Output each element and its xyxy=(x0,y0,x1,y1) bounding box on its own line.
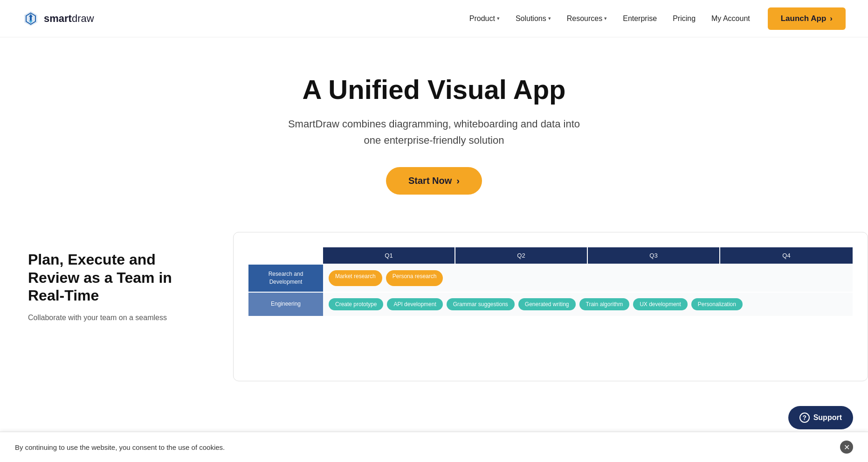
nav-item-myaccount[interactable]: My Account xyxy=(705,11,757,27)
lower-section: Plan, Execute and Review as a Team in Re… xyxy=(0,223,868,381)
gantt-row-cells-research: Market research Persona research xyxy=(323,265,853,292)
gantt-tag-market-research: Market research xyxy=(329,270,382,286)
chevron-down-icon: ▾ xyxy=(497,15,500,21)
lower-title: Plan, Execute and Review as a Team in Re… xyxy=(28,251,205,304)
hero-subtitle: SmartDraw combines diagramming, whiteboa… xyxy=(285,116,583,148)
brand-name: smartdraw xyxy=(44,13,94,25)
gantt-tag-create-prototype: Create prototype xyxy=(329,298,383,310)
nav-item-resources[interactable]: Resources ▾ xyxy=(560,11,613,27)
gantt-row-label-research: Research and Development xyxy=(248,265,323,292)
lower-description: Collaborate with your team on a seamless xyxy=(28,312,205,324)
nav-item-pricing[interactable]: Pricing xyxy=(666,11,702,27)
gantt-col-q1: Q1 xyxy=(323,247,455,264)
nav-item-enterprise[interactable]: Enterprise xyxy=(616,11,663,27)
gantt-diagram: Q1 Q2 Q3 Q4 Research and Development Mar… xyxy=(233,232,868,381)
svg-rect-4 xyxy=(30,17,32,21)
nav-links: Product ▾ Solutions ▾ Resources ▾ Enterp… xyxy=(463,11,757,27)
logo-icon xyxy=(22,10,39,27)
gantt-tag-generated-writing: Generated writing xyxy=(518,298,576,310)
start-now-button[interactable]: Start Now › xyxy=(386,167,482,195)
gantt-tag-ux-development: UX development xyxy=(633,298,688,310)
arrow-icon: › xyxy=(830,14,833,23)
gantt-tag-api-development: API development xyxy=(387,298,442,310)
hero-title: A Unified Visual App xyxy=(19,75,849,105)
gantt-row-engineering: Engineering Create prototype API develop… xyxy=(248,292,853,316)
gantt-tag-train-algorithm: Train algorithm xyxy=(579,298,630,310)
chevron-down-icon: ▾ xyxy=(604,15,607,21)
gantt-header-spacer xyxy=(248,247,323,264)
hero-section: A Unified Visual App SmartDraw combines … xyxy=(0,37,868,223)
arrow-icon: › xyxy=(456,175,460,186)
left-text-block: Plan, Execute and Review as a Team in Re… xyxy=(28,223,205,324)
logo[interactable]: smartdraw xyxy=(22,10,94,27)
nav-item-solutions[interactable]: Solutions ▾ xyxy=(509,11,558,27)
gantt-col-q3: Q3 xyxy=(588,247,720,264)
launch-app-button[interactable]: Launch App › xyxy=(768,7,846,30)
gantt-row-cells-engineering: Create prototype API development Grammar… xyxy=(323,293,853,316)
nav-item-product[interactable]: Product ▾ xyxy=(463,11,506,27)
gantt-tag-grammar-suggestions: Grammar suggestions xyxy=(447,298,515,310)
gantt-row-label-engineering: Engineering xyxy=(248,293,323,316)
gantt-col-q2: Q2 xyxy=(455,247,588,264)
gantt-row-research: Research and Development Market research… xyxy=(248,264,853,292)
gantt-header-row: Q1 Q2 Q3 Q4 xyxy=(248,247,853,264)
gantt-col-q4: Q4 xyxy=(720,247,853,264)
navbar: smartdraw Product ▾ Solutions ▾ Resource… xyxy=(0,0,868,37)
chevron-down-icon: ▾ xyxy=(548,15,551,21)
gantt-tag-persona-research: Persona research xyxy=(386,270,443,286)
gantt-tag-personalization: Personalization xyxy=(691,298,743,310)
